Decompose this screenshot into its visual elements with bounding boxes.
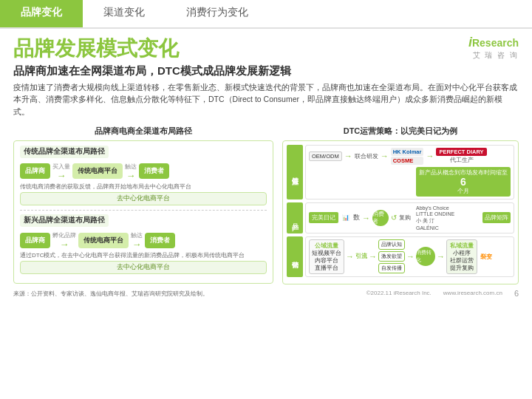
left-diagram: 传统品牌全渠道布局路径 品牌商 买入量 → 传统电商平台 触达 → 消费者 传统… [13, 140, 273, 284]
time-number: 6 [419, 177, 508, 187]
path2-node3: 消费者 [145, 233, 175, 248]
path-divider [20, 210, 267, 211]
path1-flow: 品牌商 买入量 → 传统电商平台 触达 → 消费者 [20, 163, 267, 180]
tab-consumer-change[interactable]: 消费行为变化 [166, 0, 269, 27]
logo-subtitle: 艾 瑞 咨 询 [468, 50, 519, 61]
public-ch2: 内容平台 [312, 257, 341, 265]
path1-arrow1: 买入量 → [52, 163, 70, 180]
guide-arrow: → [346, 252, 354, 261]
path1-node3: 消费者 [139, 163, 169, 179]
private-label: 私域流量 [449, 242, 474, 250]
right-diagram: 供应链 OEM/ODM → 联合研发 → HK Kolmar COSME → [282, 140, 519, 284]
mid-box2: 激发欲望 [378, 251, 405, 262]
left-column: 品牌商电商全渠道布局路径 传统品牌全渠道布局路径 品牌商 买入量 → 传统电商平… [13, 126, 273, 284]
path2-label: 新兴品牌全渠道布局路径 [20, 214, 109, 227]
brand-logos: HK Kolmar COSME [391, 148, 424, 165]
copyright: ©2022.11 iResearch Inc. [366, 290, 432, 296]
logo: iResearch 艾 瑞 咨 询 [468, 35, 519, 61]
path1-sub-note: 传统电商消费者的获取反馈，品牌商开始地布局去中心化电商平台 [20, 183, 267, 191]
research-label: 联合研发 [355, 152, 378, 160]
product-row: 产品 完美日记 📊 数 → 消费者 ↺ 复购 Abby's Choice LIT… [287, 202, 514, 233]
tab-brand-change[interactable]: 品牌变化 [0, 0, 83, 27]
public-ch3: 直播平台 [312, 265, 341, 272]
path2-arrow1: 孵化品牌 → [52, 231, 76, 249]
factory-label: 代工生产 [450, 157, 474, 164]
right-section-title: DTC运营策略：以完美日记为例 [282, 126, 519, 137]
product-label: 产品 [287, 202, 303, 233]
mkt-mid: 品牌认知 激发欲望 自发传播 [378, 239, 405, 273]
left-section-title: 品牌商电商全渠道布局路径 [13, 126, 273, 137]
path2-node1: 品牌商 [20, 233, 50, 248]
supply-flow: OEM/ODM → 联合研发 → HK Kolmar COSME → PERFE… [309, 148, 511, 197]
brand4: GALÉNIC [416, 225, 454, 231]
page-number: 6 [514, 289, 519, 298]
wanmei-box: 完美日记 [309, 212, 338, 223]
private-box: 私域流量 小程序 社群运营 提升复购 [446, 239, 477, 274]
public-label: 公域流量 [312, 242, 341, 250]
path2-sub-note: 通过DTC模式，在去中心化电商平台获得流量的新消费品品牌，积极布局传统电商平台 [20, 251, 267, 259]
right-column: DTC运营策略：以完美日记为例 供应链 OEM/ODM → 联合研发 → HK … [282, 126, 519, 284]
supply-arrow1: → [344, 151, 352, 160]
right-arrow-icon: → [57, 171, 66, 180]
product-flow: 完美日记 📊 数 → 消费者 ↺ 复购 Abby's Choice LITTLE… [309, 205, 511, 231]
path1-label: 传统品牌全渠道布局路径 [20, 146, 109, 158]
right-arrow-icon2: → [126, 171, 136, 180]
marketing-row: 营销 公域流量 短视频平台 内容平台 直播平台 → 引流 → 品牌认知 [287, 236, 514, 277]
product-arrow1: → [362, 214, 370, 222]
footer: 来源：公开资料、专家访谈、逸仙电商年报、艾瑞咨询研究院研究及绘制。 ©2022.… [0, 286, 532, 300]
product-content: 完美日记 📊 数 → 消费者 ↺ 复购 Abby's Choice LITTLE… [305, 202, 514, 233]
brand-matrix: 品牌矩阵 [482, 212, 511, 223]
main-content: 品牌商电商全渠道布局路径 传统品牌全渠道布局路径 品牌商 买入量 → 传统电商平… [0, 121, 532, 284]
brand3: 小 美 汀 [416, 217, 454, 225]
logo-research-text: Research [472, 37, 519, 49]
brand1: Abby's Choice [416, 205, 454, 211]
perfect-diary-area: PERFECT DIARY 代工生产 [436, 148, 486, 164]
tab-bar: 品牌变化 渠道变化 消费行为变化 [0, 0, 532, 29]
footer-right: ©2022.11 iResearch Inc. www.iresearch.co… [366, 289, 519, 298]
brand-list: Abby's Choice LITTLE ONDINE 小 美 汀 GALÉNI… [416, 205, 454, 231]
marketing-label: 营销 [287, 236, 303, 277]
recycle-icon: ↺ [391, 214, 397, 222]
mid-box1: 品牌认知 [378, 239, 405, 250]
private-ch2: 社群运营 [449, 257, 474, 265]
private-ch3: 提升复购 [449, 265, 474, 272]
hk-kolmar-logo: HK Kolmar [391, 148, 424, 156]
path1-node2: 传统电商平台 [72, 163, 123, 179]
public-ch1: 短视频平台 [312, 250, 341, 257]
private-ch1: 小程序 [449, 250, 474, 257]
time-badge: 新产品从概念到市场发布时间缩至 6 个月 [416, 167, 511, 197]
cosme-logo: COSME [391, 157, 424, 165]
mkt-arrow4: → [437, 252, 445, 261]
mid-box3: 自发传播 [378, 263, 405, 273]
data-icon: 📊 [342, 214, 349, 221]
path2-node2: 传统电商平台 [78, 233, 129, 248]
supply-content: OEM/ODM → 联合研发 → HK Kolmar COSME → PERFE… [305, 145, 514, 200]
perfect-diary-badge: PERFECT DIARY [436, 148, 486, 156]
path1-decentral: 去中心化电商平台 [20, 192, 267, 205]
data-label: 数 [353, 213, 360, 222]
path1-arrow2: 触达 → [125, 163, 137, 180]
website: www.iresearch.com.cn [443, 290, 502, 296]
mkt-arrow3: → [406, 252, 415, 261]
path2-decentral: 去中心化电商平台 [20, 261, 267, 274]
convert-area: 消费转化 [416, 247, 435, 266]
public-box: 公域流量 短视频平台 内容平台 直播平台 [309, 239, 344, 274]
path2-block: 新兴品牌全渠道布局路径 品牌商 孵化品牌 → 传统电商平台 触达 → 消费者 通… [20, 214, 267, 274]
main-title: 品牌发展模式变化 [13, 36, 519, 61]
feedback-label: 复购 [399, 214, 411, 222]
supply-label: 供应链 [287, 145, 303, 200]
marketing-content: 公域流量 短视频平台 内容平台 直播平台 → 引流 → 品牌认知 激发欲望 自发… [305, 236, 514, 277]
tab-channel-change[interactable]: 渠道变化 [83, 0, 166, 27]
supply-row: 供应链 OEM/ODM → 联合研发 → HK Kolmar COSME → [287, 145, 514, 200]
header: iResearch 艾 瑞 咨 询 品牌发展模式变化 品牌商加速在全网渠道布局，… [0, 29, 532, 121]
marketing-flow: 公域流量 短视频平台 内容平台 直播平台 → 引流 → 品牌认知 激发欲望 自发… [309, 239, 511, 274]
mkt-arrow2: → [369, 252, 377, 261]
oem-box: OEM/ODM [309, 151, 342, 161]
convert-consumer: 消费转化 [416, 247, 435, 266]
path1-block: 传统品牌全渠道布局路径 品牌商 买入量 → 传统电商平台 触达 → 消费者 传统… [20, 146, 267, 205]
consumer-circle: 消费者 [372, 210, 389, 226]
fission-label: 裂变 [480, 253, 492, 261]
footer-note: 来源：公开资料、专家访谈、逸仙电商年报、艾瑞咨询研究院研究及绘制。 [13, 290, 208, 298]
brand2: LITTLE ONDINE [416, 211, 454, 216]
right-arrow-icon3: → [60, 239, 69, 249]
